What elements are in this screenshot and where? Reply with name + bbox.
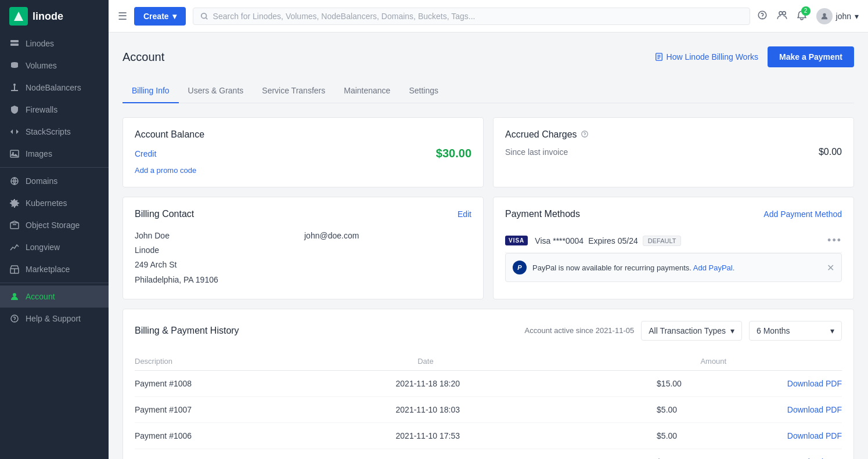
billing-contact-card: Billing Contact Edit John Doe Linode 249… (123, 197, 484, 299)
user-chevron-icon: ▾ (855, 12, 859, 21)
credit-label: Credit (135, 149, 156, 158)
make-payment-button[interactable]: Make a Payment (768, 46, 854, 67)
notifications-icon[interactable]: 2 (797, 10, 807, 23)
row-2-amount: $5.00 (657, 405, 787, 414)
svg-point-3 (17, 41, 18, 42)
middle-row: Billing Contact Edit John Doe Linode 249… (123, 197, 854, 299)
hamburger-icon[interactable]: ☰ (118, 10, 127, 23)
tab-billing-info[interactable]: Billing Info (123, 79, 179, 103)
svg-point-15 (11, 315, 18, 322)
svg-point-4 (17, 44, 18, 45)
sidebar-item-images-label: Images (26, 149, 52, 158)
row-3-date: 2021-11-10 17:53 (396, 431, 657, 440)
tab-maintenance[interactable]: Maintenance (334, 79, 399, 103)
accrued-help-icon[interactable] (581, 130, 589, 140)
tab-settings[interactable]: Settings (399, 79, 448, 103)
history-controls: Account active since 2021-11-05 All Tran… (525, 321, 842, 341)
table-row: Payment #1007 2021-11-10 18:03 $5.00 Dow… (135, 397, 842, 423)
how-billing-link[interactable]: How Linode Billing Works (655, 52, 758, 62)
row-2-date: 2021-11-10 18:03 (396, 405, 657, 414)
sidebar-item-firewalls-label: Firewalls (26, 105, 57, 114)
pm-title: Payment Methods (505, 209, 580, 219)
document-icon (655, 53, 663, 61)
sidebar-item-images[interactable]: Images (0, 143, 109, 165)
sidebar-item-kubernetes-label: Kubernetes (26, 198, 67, 208)
tab-users-grants[interactable]: Users & Grants (179, 79, 253, 103)
shield-icon (9, 104, 20, 115)
sidebar-item-firewalls[interactable]: Firewalls (0, 99, 109, 121)
table-row: Payment #1008 2021-11-18 18:20 $15.00 Do… (135, 371, 842, 397)
box-icon (9, 220, 20, 230)
row-1-download[interactable]: Download PDF (787, 379, 842, 388)
svg-point-20 (823, 13, 826, 16)
sidebar-item-account-label: Account (26, 292, 55, 301)
active-since: Account active since 2021-11-05 (525, 326, 635, 335)
row-2-download[interactable]: Download PDF (787, 405, 842, 414)
col-description: Description (135, 357, 417, 366)
account-balance-title: Account Balance (135, 129, 471, 140)
logo[interactable]: linode (0, 0, 109, 32)
sidebar-item-account[interactable]: Account (0, 285, 109, 308)
paypal-icon: P (513, 261, 527, 274)
add-paypal-link[interactable]: Add PayPal. (693, 263, 735, 272)
months-dropdown[interactable]: 6 Months ▾ (749, 321, 842, 341)
add-promo-link[interactable]: Add a promo code (135, 166, 196, 175)
create-button[interactable]: Create ▾ (134, 7, 186, 26)
sidebar-item-nodebalancers[interactable]: NodeBalancers (0, 77, 109, 99)
globe-icon (9, 176, 20, 186)
sidebar-item-stackscripts[interactable]: StackScripts (0, 121, 109, 143)
sidebar-nav: Linodes Volumes NodeBalancers Firewalls … (0, 32, 109, 459)
charges-amount: $0.00 (819, 147, 842, 157)
svg-rect-8 (11, 90, 18, 91)
sidebar-item-marketplace-label: Marketplace (26, 265, 70, 274)
months-dropdown-chevron: ▾ (830, 326, 834, 335)
sidebar-item-help-label: Help & Support (26, 314, 81, 323)
people-icon[interactable] (777, 10, 787, 23)
pm-more-menu[interactable]: ••• (827, 234, 842, 247)
contact-company: Linode (135, 243, 302, 258)
svg-rect-12 (10, 223, 19, 229)
billing-table: Description Date Amount Payment #1008 20… (135, 352, 842, 459)
svg-point-19 (782, 11, 786, 15)
user-menu[interactable]: john ▾ (816, 8, 859, 24)
sidebar-item-nodebalancers-label: NodeBalancers (26, 83, 81, 92)
notification-badge: 2 (801, 6, 811, 16)
code-icon (9, 127, 20, 137)
svg-point-14 (13, 293, 16, 297)
sidebar-item-help[interactable]: Help & Support (0, 308, 109, 330)
add-payment-method-link[interactable]: Add Payment Method (763, 209, 842, 219)
sidebar-item-linodes[interactable]: Linodes (0, 32, 109, 55)
row-3-download[interactable]: Download PDF (787, 431, 842, 440)
table-row: Payment #1006 2021-11-10 17:53 $5.00 Dow… (135, 423, 842, 449)
edit-contact-link[interactable]: Edit (458, 209, 471, 219)
balance-icon (9, 82, 20, 93)
sidebar-item-object-storage[interactable]: Object Storage (0, 214, 109, 236)
tab-service-transfers[interactable]: Service Transfers (253, 79, 334, 103)
svg-point-6 (13, 84, 16, 86)
row-1-amount: $15.00 (657, 379, 787, 388)
sidebar-item-volumes[interactable]: Volumes (0, 55, 109, 77)
sidebar-item-longview[interactable]: Longview (0, 236, 109, 258)
table-header: Description Date Amount (135, 352, 842, 371)
col-date: Date (417, 357, 700, 366)
search-bar[interactable]: Search for Linodes, Volumes, NodeBalance… (193, 8, 750, 25)
store-icon (9, 264, 20, 274)
user-circle-icon (9, 291, 20, 302)
sidebar-item-linodes-label: Linodes (26, 39, 54, 48)
sidebar-item-domains[interactable]: Domains (0, 170, 109, 192)
server-icon (9, 38, 20, 49)
sidebar-item-domains-label: Domains (26, 176, 57, 186)
visa-payment-item: VISA Visa ****0004 Expires 05/24 DEFAULT… (505, 229, 842, 253)
search-placeholder: Search for Linodes, Volumes, NodeBalance… (213, 12, 476, 21)
gear-icon (9, 198, 20, 208)
help-icon[interactable] (757, 10, 768, 23)
col-amount: Amount (700, 357, 842, 366)
paypal-close-icon[interactable]: ✕ (827, 262, 834, 273)
svg-point-16 (201, 13, 206, 18)
transaction-type-dropdown[interactable]: All Transaction Types ▾ (641, 321, 742, 341)
svg-rect-7 (14, 86, 15, 91)
sidebar-item-kubernetes[interactable]: Kubernetes (0, 192, 109, 214)
billing-contact-title: Billing Contact (135, 209, 194, 219)
sidebar-item-marketplace[interactable]: Marketplace (0, 258, 109, 280)
pm-header: Payment Methods Add Payment Method (505, 209, 842, 219)
